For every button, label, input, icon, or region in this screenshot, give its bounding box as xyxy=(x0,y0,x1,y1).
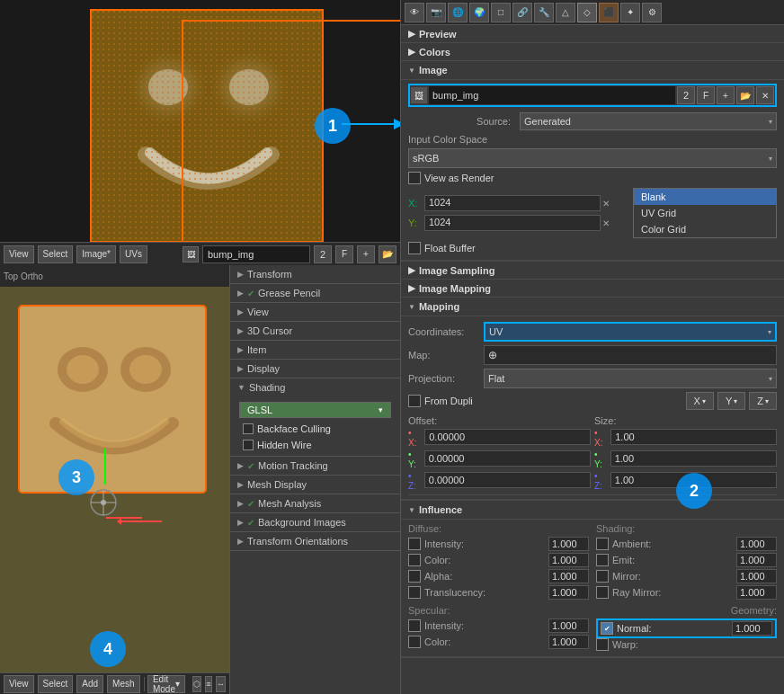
x-size-input[interactable]: 1.00 xyxy=(610,429,777,445)
view-3d-menu[interactable]: View xyxy=(4,675,34,693)
image-menu[interactable]: Image* xyxy=(76,245,116,263)
cursor-3d-header[interactable]: ▶ 3D Cursor xyxy=(230,322,400,340)
viewport-icon-2[interactable]: ≡ xyxy=(205,676,212,692)
ray-mirror-checkbox[interactable] xyxy=(596,586,609,599)
grease-pencil-header[interactable]: ▶ ✔ Grease Pencil xyxy=(230,284,400,302)
icon-world[interactable]: 🌍 xyxy=(469,3,489,22)
warp-checkbox[interactable] xyxy=(596,638,609,651)
uvs-menu[interactable]: UVs xyxy=(120,245,147,263)
backface-culling-checkbox[interactable] xyxy=(243,423,254,434)
intensity-checkbox[interactable] xyxy=(408,538,421,550)
viewport-content[interactable]: 3 xyxy=(0,287,229,673)
open-image-btn[interactable]: 📂 xyxy=(379,245,396,263)
shading-mode-dropdown[interactable]: GLSL ▾ xyxy=(239,402,391,418)
mirror-checkbox[interactable] xyxy=(596,570,609,583)
edit-mode-select[interactable]: Edit Mode ▾ xyxy=(147,675,185,693)
motion-tracking-header[interactable]: ▶ ✔ Motion Tracking xyxy=(230,457,400,475)
transform-orientations-header[interactable]: ▶ Transform Orientations xyxy=(230,532,400,550)
normal-value[interactable]: 1.000 xyxy=(732,621,772,636)
image-sampling-header[interactable]: ▶ Image Sampling xyxy=(401,262,784,280)
source-dropdown[interactable]: Generated ▾ xyxy=(520,112,777,130)
emit-value[interactable]: 1.000 xyxy=(736,553,777,567)
mirror-value[interactable]: 1.000 xyxy=(736,569,777,583)
select-menu[interactable]: Select xyxy=(38,245,74,263)
image-browse-icon[interactable]: 🖼 xyxy=(183,246,199,262)
image-mapping-header[interactable]: ▶ Image Mapping xyxy=(401,280,784,298)
item-header[interactable]: ▶ Item xyxy=(230,341,400,359)
view-as-render-checkbox[interactable] xyxy=(408,172,421,184)
y-offset-input[interactable]: 0.00000 xyxy=(424,450,591,467)
image-fake-user-btn[interactable]: F xyxy=(697,86,715,104)
icon-particles[interactable]: ✦ xyxy=(620,3,640,22)
image-open-btn[interactable]: 📂 xyxy=(736,86,754,104)
icon-object[interactable]: □ xyxy=(491,3,511,22)
spec-color-checkbox[interactable] xyxy=(408,636,421,648)
select-3d-menu[interactable]: Select xyxy=(38,675,74,693)
x-offset-input[interactable]: 0.00000 xyxy=(424,429,591,445)
new-image-btn[interactable]: + xyxy=(357,245,375,263)
mapping-section-header[interactable]: ▼ Mapping xyxy=(401,298,784,316)
spec-intensity-checkbox[interactable] xyxy=(408,619,421,632)
hidden-wire-checkbox[interactable] xyxy=(243,440,254,450)
spec-intensity-value[interactable]: 1.000 xyxy=(548,618,589,633)
icon-physics[interactable]: ⚙ xyxy=(642,3,662,22)
mesh-analysis-header[interactable]: ▶ ✔ Mesh Analysis xyxy=(230,494,400,512)
view-header[interactable]: ▶ View xyxy=(230,303,400,321)
icon-render[interactable]: 📷 xyxy=(426,3,446,22)
ambient-value[interactable]: 1.000 xyxy=(736,537,777,551)
y-axis-btn[interactable]: Y ▾ xyxy=(717,392,745,410)
translucency-checkbox[interactable] xyxy=(408,586,421,599)
icon-constraints[interactable]: 🔗 xyxy=(512,3,532,22)
icon-modifiers[interactable]: 🔧 xyxy=(534,3,554,22)
uv-image-name-input[interactable] xyxy=(202,245,310,263)
emit-checkbox[interactable] xyxy=(596,554,609,566)
alpha-value[interactable]: 1.000 xyxy=(548,569,589,583)
icon-texture[interactable]: ⬛ xyxy=(599,3,619,22)
color-value[interactable]: 1.000 xyxy=(548,553,589,567)
uv-canvas[interactable] xyxy=(90,9,324,242)
alpha-checkbox[interactable] xyxy=(408,570,421,583)
projection-dropdown[interactable]: Flat ▾ xyxy=(484,369,777,388)
viewport-icon-3[interactable]: ↔ xyxy=(216,676,226,692)
add-3d-menu[interactable]: Add xyxy=(76,675,103,693)
image-new-btn[interactable]: + xyxy=(717,86,735,104)
icon-scene[interactable]: 🌐 xyxy=(448,3,468,22)
viewport-icon-1[interactable]: ⬡ xyxy=(192,676,201,692)
fake-user-btn[interactable]: F xyxy=(335,245,353,263)
ambient-checkbox[interactable] xyxy=(596,538,609,550)
transform-header[interactable]: ▶ Transform xyxy=(230,265,400,283)
x-axis-btn[interactable]: X ▾ xyxy=(686,392,714,410)
from-dupli-checkbox[interactable] xyxy=(408,395,421,407)
dropdown-item-colorgrid[interactable]: Color Grid xyxy=(634,221,776,237)
dropdown-item-uvgrid[interactable]: UV Grid xyxy=(634,205,776,221)
mesh-display-header[interactable]: ▶ Mesh Display xyxy=(230,476,400,494)
preview-header[interactable]: ▶ Preview xyxy=(401,25,784,43)
icon-data[interactable]: △ xyxy=(556,3,575,22)
color-space-dropdown[interactable]: sRGB ▾ xyxy=(408,148,777,168)
intensity-value[interactable]: 1.000 xyxy=(548,537,589,551)
x-value-input[interactable]: 1024 xyxy=(424,195,601,211)
color-checkbox[interactable] xyxy=(408,554,421,566)
view-menu[interactable]: View xyxy=(4,245,34,263)
image-type-dropdown-open[interactable]: Blank UV Grid Color Grid xyxy=(633,188,777,238)
background-images-header[interactable]: ▶ ✔ Background Images xyxy=(230,513,400,531)
y-value-input[interactable]: 1024 xyxy=(424,215,601,231)
normal-checkbox[interactable]: ✔ xyxy=(601,622,613,635)
y-size-input[interactable]: 1.00 xyxy=(610,450,777,467)
ray-mirror-value[interactable]: 1.000 xyxy=(736,585,777,600)
normal-field[interactable]: ✔ Normal: 1.000 xyxy=(596,618,777,638)
colors-header[interactable]: ▶ Colors xyxy=(401,43,784,61)
spec-color-value[interactable]: 1.000 xyxy=(548,635,589,649)
z-offset-input[interactable]: 0.00000 xyxy=(424,472,591,488)
influence-section-header[interactable]: ▼ Influence xyxy=(401,501,784,520)
mesh-3d-menu[interactable]: Mesh xyxy=(107,675,139,693)
map-field[interactable]: ⊕ xyxy=(484,345,777,365)
dropdown-item-blank[interactable]: Blank xyxy=(634,189,776,205)
icon-view[interactable]: 👁 xyxy=(405,3,424,22)
float-buffer-checkbox[interactable] xyxy=(408,242,421,254)
display-header[interactable]: ▶ Display xyxy=(230,360,400,378)
image-name-input[interactable] xyxy=(429,86,675,104)
translucency-value[interactable]: 1.000 xyxy=(548,585,589,600)
icon-material[interactable]: ◇ xyxy=(577,3,597,22)
shading-header[interactable]: ▼ Shading xyxy=(230,378,400,396)
